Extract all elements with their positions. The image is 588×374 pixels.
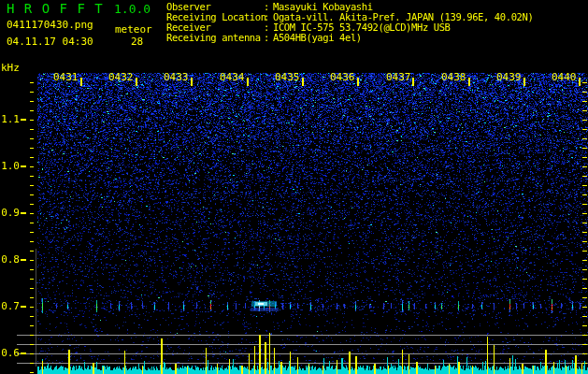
- info-separator: :: [264, 33, 273, 43]
- info-value: Ogata-vill. Akita-Pref. JAPAN (139.96E, …: [273, 12, 533, 22]
- info-separator: :: [264, 22, 273, 33]
- info-label: Receiving antenna: [166, 33, 264, 43]
- app-title: H R O F F T: [7, 2, 104, 15]
- freq-label-1-1: 1.1: [0, 114, 20, 124]
- info-row: Receiving Location:Ogata-vill. Akita-Pre…: [166, 12, 533, 22]
- info-row: Receiving antenna:A504HB(yagi 4el): [166, 33, 362, 43]
- freq-label-0-8: 0.8: [0, 254, 20, 265]
- timestamp: 04.11.17 04:30: [7, 36, 93, 47]
- freq-label-1-0: 1.0: [0, 161, 20, 171]
- info-value: Masayuki Kobayashi: [273, 2, 373, 12]
- time-label-0433: 0433: [164, 72, 188, 82]
- time-label-0439: 0439: [496, 72, 521, 82]
- info-label: Observer: [166, 2, 264, 12]
- time-label-0440: 0440: [552, 72, 576, 82]
- time-label-0437: 0437: [386, 72, 410, 82]
- info-value: A504HB(yagi 4el): [273, 33, 362, 43]
- info-label: Receiver: [166, 22, 264, 33]
- freq-axis-unit: kHz: [1, 63, 20, 73]
- info-row: Observer:Masayuki Kobayashi: [166, 2, 373, 12]
- info-label: Receiving Location: [166, 12, 264, 22]
- filename: 0411170430.png: [7, 20, 93, 30]
- freq-label-0-6: 0.6: [0, 348, 20, 358]
- mode-label: meteor: [115, 24, 152, 35]
- info-separator: :: [264, 2, 273, 12]
- info-separator: :: [264, 12, 273, 22]
- time-label-0434: 0434: [220, 72, 244, 82]
- hrofft-output: H R O F F T 1.0.0 0411170430.png meteor …: [0, 0, 588, 374]
- info-row: Receiver:ICOM IC-575 53.7492(@LCD)MHz US…: [166, 22, 451, 33]
- app-version: 1.0.0: [114, 3, 151, 15]
- time-label-0431: 0431: [53, 72, 78, 82]
- time-label-0432: 0432: [108, 72, 133, 82]
- info-value: ICOM IC-575 53.7492(@LCD)MHz USB: [273, 22, 451, 33]
- time-label-0436: 0436: [330, 72, 354, 82]
- freq-label-0-9: 0.9: [0, 208, 20, 218]
- freq-label-0-7: 0.7: [0, 301, 20, 311]
- echo-count: 28: [131, 36, 143, 47]
- spectrogram-canvas: [0, 0, 588, 374]
- time-label-0438: 0438: [441, 72, 466, 82]
- time-label-0435: 0435: [275, 72, 299, 82]
